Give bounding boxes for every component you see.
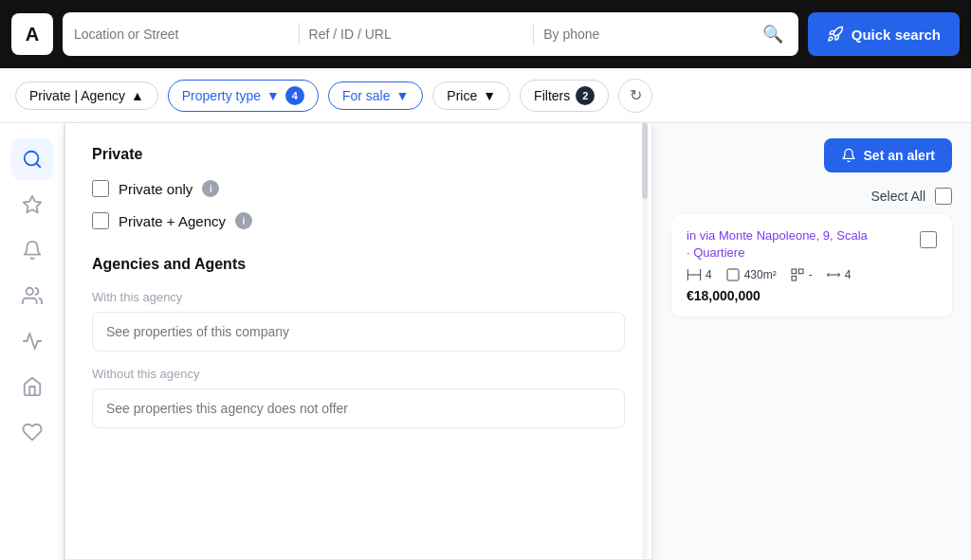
- property-checkbox[interactable]: [920, 231, 937, 248]
- property-address: in via Monte Napoleone, 9, Scala · Quart…: [687, 227, 908, 262]
- sidebar-deals[interactable]: [11, 411, 53, 453]
- svg-rect-5: [792, 269, 797, 274]
- chevron-down-icon-2: ▼: [395, 88, 409, 103]
- property-details: 4 430m² - 4: [687, 267, 908, 282]
- right-header: Set an alert: [652, 123, 971, 188]
- sidebar-alerts[interactable]: [11, 229, 53, 271]
- search-divider-2: [533, 23, 534, 45]
- private-plus-agency-label: Private + Agency: [119, 213, 226, 229]
- agencies-section: Agencies and Agents With this agency Wit…: [92, 256, 625, 443]
- floors-count: 4: [845, 268, 852, 281]
- svg-marker-2: [23, 196, 40, 212]
- select-all-checkbox[interactable]: [935, 188, 952, 205]
- for-sale-label: For sale: [342, 88, 391, 103]
- set-alert-label: Set an alert: [864, 148, 935, 163]
- private-agency-label: Private | Agency: [29, 88, 125, 103]
- set-alert-button[interactable]: Set an alert: [824, 138, 952, 172]
- agencies-section-title: Agencies and Agents: [92, 256, 625, 273]
- filter-bar: Private | Agency ▲ Property type ▼ 4 For…: [0, 68, 971, 123]
- phone-input[interactable]: [543, 27, 759, 42]
- property-card: in via Monte Napoleone, 9, Scala · Quart…: [671, 214, 952, 316]
- svg-rect-7: [792, 277, 797, 281]
- private-only-label: Private only: [119, 181, 192, 197]
- private-plus-agency-row: Private + Agency i: [92, 212, 625, 229]
- svg-rect-6: [798, 269, 803, 274]
- logo: A: [11, 13, 53, 55]
- sidebar-users[interactable]: [11, 275, 53, 316]
- area-value: 430m²: [744, 268, 777, 281]
- svg-point-3: [26, 288, 32, 295]
- filters-label: Filters: [534, 88, 570, 103]
- filters-button[interactable]: Filters 2: [520, 80, 609, 112]
- sidebar: [0, 123, 64, 560]
- private-only-row: Private only i: [92, 180, 625, 197]
- floors-detail: 4: [826, 267, 852, 282]
- ref-input[interactable]: [309, 27, 524, 42]
- bell-alert-icon: [841, 148, 856, 163]
- price-filter[interactable]: Price ▼: [432, 81, 510, 110]
- chevron-up-icon: ▲: [131, 88, 144, 103]
- property-price: €18,000,000: [687, 288, 908, 303]
- rooms-count: -: [809, 268, 813, 281]
- main-area: Private Private only i Private + Agency …: [0, 123, 971, 560]
- search-bar: 🔍: [63, 12, 798, 56]
- private-section-title: Private: [92, 146, 625, 163]
- dropdown-scroll-area: Private Private only i Private + Agency …: [65, 123, 651, 466]
- svg-line-1: [36, 163, 40, 167]
- sidebar-home[interactable]: [11, 366, 53, 407]
- property-card-content: in via Monte Napoleone, 9, Scala · Quart…: [687, 227, 908, 303]
- without-agency-input[interactable]: [92, 388, 625, 428]
- private-agency-dropdown: Private Private only i Private + Agency …: [64, 123, 652, 560]
- chevron-down-icon: ▼: [266, 88, 280, 103]
- with-agency-label: With this agency: [92, 290, 625, 304]
- rocket-icon: [827, 26, 844, 43]
- private-only-checkbox[interactable]: [92, 180, 109, 197]
- sidebar-search[interactable]: [11, 138, 53, 180]
- reset-button[interactable]: ↻: [618, 79, 652, 113]
- private-agency-filter[interactable]: Private | Agency ▲: [15, 81, 158, 110]
- rooms-detail: -: [790, 267, 813, 282]
- select-all-row: Select All: [652, 188, 971, 214]
- header: A 🔍 Quick search: [0, 0, 971, 68]
- sidebar-favorites[interactable]: [11, 184, 53, 226]
- logo-text: A: [26, 24, 39, 45]
- sidebar-analytics[interactable]: [11, 320, 53, 362]
- search-divider: [299, 23, 300, 45]
- search-submit-button[interactable]: 🔍: [759, 20, 787, 48]
- private-plus-agency-checkbox[interactable]: [92, 212, 109, 229]
- chevron-down-icon-3: ▼: [483, 88, 496, 103]
- quick-search-label: Quick search: [852, 27, 941, 43]
- filters-badge: 2: [576, 86, 595, 105]
- beds-detail: 4: [687, 267, 712, 282]
- scrollbar-thumb[interactable]: [642, 123, 648, 199]
- with-agency-input[interactable]: [92, 312, 625, 352]
- property-type-badge: 4: [285, 86, 304, 105]
- beds-count: 4: [705, 268, 712, 281]
- property-type-label: Property type: [182, 88, 261, 103]
- location-input[interactable]: [74, 27, 289, 42]
- right-content: Set an alert Select All in via Monte Nap…: [652, 123, 971, 560]
- svg-rect-4: [727, 269, 739, 280]
- private-plus-agency-info-icon[interactable]: i: [235, 212, 252, 229]
- without-agency-label: Without this agency: [92, 367, 625, 381]
- for-sale-filter[interactable]: For sale ▼: [328, 81, 423, 110]
- area-detail: 430m²: [725, 267, 777, 282]
- quick-search-button[interactable]: Quick search: [808, 12, 960, 56]
- scrollbar-track: [642, 123, 648, 559]
- select-all-label: Select All: [870, 189, 925, 204]
- property-type-filter[interactable]: Property type ▼ 4: [168, 80, 319, 112]
- private-only-info-icon[interactable]: i: [202, 180, 219, 197]
- price-label: Price: [447, 88, 477, 103]
